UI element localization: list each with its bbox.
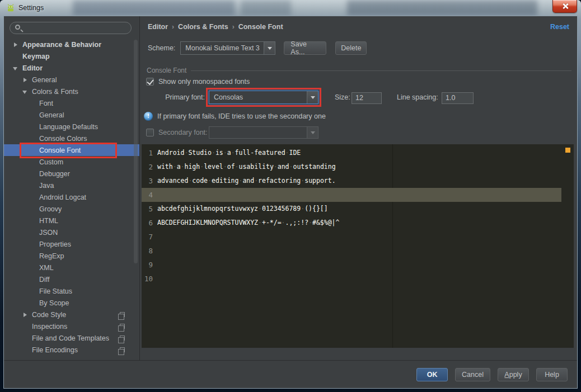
secondary-font-checkbox[interactable] [146,129,154,136]
apply-button[interactable]: Apply [498,368,529,381]
breadcrumb-editor[interactable]: Editor [148,23,168,31]
show-monospaced-checkbox[interactable] [146,78,154,86]
sidebar-item-general[interactable]: General [4,109,139,121]
sidebar-item-html[interactable]: HTML [4,215,139,226]
tree-indent [22,347,29,353]
primary-font-dropdown[interactable]: Consolas [209,91,318,104]
info-row: If primary font fails, IDE tries to use … [144,111,326,121]
secondary-font-dropdown[interactable] [209,126,318,139]
whitespace-dot: · [258,205,262,212]
sidebar-item-console-font[interactable]: Console Font [4,144,139,156]
sidebar-item-inspections[interactable]: Inspections [4,320,139,332]
show-monospaced-label: Show only monospaced fonts [158,78,250,86]
line-number: 5 [142,202,157,216]
primary-font-dropdown-arrow[interactable] [307,91,318,103]
editor-line-7: 7 [142,230,574,244]
settings-dialog: Appearance & BehaviorKeymapEditorGeneral… [3,16,578,389]
secondary-font-dropdown-arrow [307,127,318,138]
line-text: ABCDEFGHIJKLMNOPQRSTUVWXYZ·+-*/=·.,;:!?·… [157,216,339,230]
whitespace-dot: · [231,149,235,157]
line-spacing-field[interactable]: 1.0 [442,92,474,104]
sidebar-item-debugger[interactable]: Debugger [4,168,139,180]
size-field[interactable]: 12 [352,92,382,104]
project-settings-icon [120,324,125,329]
chevron-down-icon [13,67,17,70]
sidebar-item-keymap[interactable]: Keymap [4,50,139,62]
sidebar-item-json[interactable]: JSON [4,226,139,238]
sidebar-item-language-defaults[interactable]: Language Defaults [4,121,139,133]
sidebar-item-colors-fonts[interactable]: Colors & Fonts [4,86,139,97]
line-number: 10 [142,272,157,286]
sidebar-item-appearance-behavior[interactable]: Appearance & Behavior [4,39,139,50]
sidebar-item-label: Console Font [39,147,81,154]
sidebar-item-custom[interactable]: Custom [4,156,139,168]
scheme-dropdown-arrow[interactable] [264,42,275,54]
breadcrumb-colors-fonts[interactable]: Colors & Fonts [178,23,228,31]
settings-sidebar: Appearance & BehaviorKeymapEditorGeneral… [4,16,139,360]
sidebar-item-label: File Encodings [32,346,78,354]
search-input[interactable] [10,22,132,34]
sidebar-item-groovy[interactable]: Groovy [4,203,139,215]
sidebar-item-console-colors[interactable]: Console Colors [4,133,139,144]
project-settings-icon [120,336,125,341]
search-icon [15,25,20,30]
line-number: 1 [142,146,157,160]
font-preview-editor[interactable]: 1Android·Studio·is·a·full-featured·IDE2w… [142,144,574,348]
chevron-right-icon[interactable] [22,77,29,83]
chevron-down-icon[interactable] [22,89,29,95]
breadcrumb-separator: › [232,23,235,31]
title-bar[interactable]: Settings [0,0,581,16]
whitespace-dot: · [188,177,192,185]
sidebar-scrollbar[interactable] [134,40,138,263]
ok-button[interactable]: OK [416,368,448,381]
sidebar-item-regexp[interactable]: RegExp [4,250,139,262]
whitespace-dot: · [208,177,212,185]
secondary-font-label: Secondary font: [158,129,208,136]
whitespace-dot: · [184,149,188,157]
chevron-right-icon[interactable] [13,42,19,48]
chevron-down-icon[interactable] [13,65,19,71]
secondary-font-row: Secondary font: [146,126,208,139]
sidebar-item-diff[interactable]: Diff [4,273,139,285]
error-stripe-marker [565,148,570,153]
sidebar-item-file-and-code-templates[interactable]: File and Code Templates [4,332,139,344]
delete-button[interactable]: Delete [335,41,367,55]
editor-line-2: 2with·a·high·level·of·usability·and·outs… [142,160,574,174]
help-button[interactable]: Help [536,368,568,381]
sidebar-item-label: Keymap [22,53,50,60]
sidebar-item-label: Diff [39,276,50,284]
chevron-right-icon[interactable] [22,312,29,318]
whitespace-dot: · [274,163,278,171]
sidebar-item-label: Code Style [32,311,66,319]
chevron-right-icon [24,313,27,317]
whitespace-dot: · [238,177,242,185]
sidebar-item-editor[interactable]: Editor [4,62,139,74]
sidebar-item-xml[interactable]: XML [4,262,139,273]
sidebar-item-android-logcat[interactable]: Android Logcat [4,191,139,203]
scheme-dropdown[interactable]: Monokai Sublime Text 3 [180,41,275,55]
sidebar-item-general[interactable]: General [4,74,139,86]
sidebar-item-file-status[interactable]: File Status [4,285,139,297]
scheme-value: Monokai Sublime Text 3 [181,44,264,52]
line-number: 3 [142,174,157,188]
sidebar-item-java[interactable]: Java [4,180,139,191]
sidebar-item-label: Console Colors [39,135,87,143]
sidebar-item-by-scope[interactable]: By Scope [4,297,139,309]
primary-font-value: Consolas [209,93,307,101]
sidebar-item-label: Java [39,182,54,190]
sidebar-item-font[interactable]: Font [4,97,139,109]
primary-font-label: Primary font: [140,91,205,104]
sidebar-item-properties[interactable]: Properties [4,238,139,250]
reset-link[interactable]: Reset [550,23,569,31]
sidebar-item-file-encodings[interactable]: File Encodings [4,344,139,356]
window-title: Settings [18,4,44,12]
save-as-button[interactable]: Save As... [284,41,326,55]
sidebar-item-code-style[interactable]: Code Style [4,309,139,320]
sidebar-item-label: Editor [22,64,43,72]
close-button[interactable] [552,0,577,13]
line-text: advanced·code·editing·and·refactoring·su… [157,174,336,188]
cancel-button[interactable]: Cancel [455,368,490,381]
settings-window: Settings Appearance & BehaviorKeymapEdit… [0,0,581,392]
sidebar-item-label: Android Logcat [39,193,86,201]
sidebar-item-label: Inspections [32,323,67,330]
